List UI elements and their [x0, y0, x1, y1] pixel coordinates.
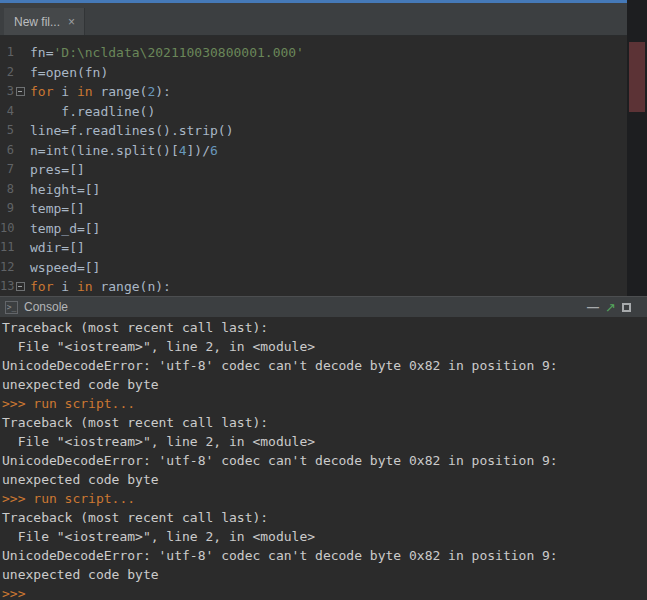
code-text: line=f.readlines().strip() — [25, 121, 234, 141]
code-line[interactable]: 7pres=[] — [0, 160, 647, 180]
maximize-icon[interactable] — [622, 299, 631, 315]
maximize-glyph — [622, 303, 631, 312]
line-number: 7 — [0, 160, 25, 180]
console-line: >>> — [2, 584, 647, 600]
console-output[interactable]: Traceback (most recent call last): File … — [0, 317, 647, 600]
code-editor[interactable]: 1fn='D:\ncldata\202110030800001.000'2f=o… — [0, 36, 647, 296]
code-line[interactable]: 8height=[] — [0, 180, 647, 200]
tab-label: New fil... — [14, 15, 60, 29]
code-text: f.readline() — [25, 102, 155, 122]
code-text: f=open(fn) — [25, 63, 108, 83]
terminal-icon: >_ — [5, 301, 18, 314]
line-number: 1 — [0, 43, 25, 63]
console-line: >>> run script... — [2, 489, 647, 508]
line-number: 8 — [0, 180, 25, 200]
code-line[interactable]: 12wspeed=[] — [0, 258, 647, 278]
code-text: wdir=[] — [25, 238, 85, 258]
console-line: Traceback (most recent call last): — [2, 508, 647, 527]
code-text: fn='D:\ncldata\202110030800001.000' — [25, 43, 304, 63]
editor-tab-bar: New fil... × — [0, 3, 647, 36]
console-line: File "<iostream>", line 2, in <module> — [2, 432, 647, 451]
editor-lines: 1fn='D:\ncldata\202110030800001.000'2f=o… — [0, 43, 647, 296]
code-text: for i in range(n): — [25, 277, 171, 296]
code-line[interactable]: 11wdir=[] — [0, 238, 647, 258]
console-line: unexpected code byte — [2, 375, 647, 394]
editor-region: 1fn='D:\ncldata\202110030800001.000'2f=o… — [0, 36, 647, 296]
console-line: UnicodeDecodeError: 'utf-8' codec can't … — [2, 451, 647, 470]
close-icon[interactable]: × — [68, 16, 75, 28]
console-title: Console — [24, 300, 68, 314]
console-line: >>> run script... — [2, 394, 647, 413]
console-line: Traceback (most recent call last): — [2, 413, 647, 432]
code-line[interactable]: 1fn='D:\ncldata\202110030800001.000' — [0, 43, 647, 63]
code-text: height=[] — [25, 180, 100, 200]
code-text: n=int(line.split()[4])/6 — [25, 141, 218, 161]
line-number: 2 — [0, 63, 25, 83]
code-line[interactable]: 5line=f.readlines().strip() — [0, 121, 647, 141]
line-number: 9 — [0, 199, 25, 219]
console-line: Traceback (most recent call last): — [2, 318, 647, 337]
console-line: UnicodeDecodeError: 'utf-8' codec can't … — [2, 356, 647, 375]
scrollbar-thumb[interactable] — [629, 42, 645, 112]
code-line[interactable]: 6n=int(line.split()[4])/6 — [0, 141, 647, 161]
fold-marker-icon[interactable] — [14, 277, 25, 296]
console-header: >_ Console — ↗ — [0, 296, 647, 317]
console-panel: >_ Console — ↗ Traceback (most recent ca… — [0, 296, 647, 600]
minimize-icon[interactable]: — — [587, 301, 599, 313]
code-line[interactable]: 13for i in range(n): — [0, 277, 647, 296]
line-number: 11 — [0, 238, 25, 258]
code-line[interactable]: 9temp=[] — [0, 199, 647, 219]
code-text: pres=[] — [25, 160, 85, 180]
line-number: 3 — [0, 82, 25, 102]
code-text: wspeed=[] — [25, 258, 100, 278]
console-line: File "<iostream>", line 2, in <module> — [2, 527, 647, 546]
code-line[interactable]: 4 f.readline() — [0, 102, 647, 122]
line-number: 13 — [0, 277, 25, 296]
console-line: unexpected code byte — [2, 565, 647, 584]
console-line: File "<iostream>", line 2, in <module> — [2, 337, 647, 356]
line-number: 10 — [0, 219, 25, 239]
code-text: temp=[] — [25, 199, 85, 219]
code-line[interactable]: 3for i in range(2): — [0, 82, 647, 102]
editor-scrollbar[interactable] — [627, 0, 647, 296]
code-text: temp_d=[] — [25, 219, 100, 239]
float-window-icon[interactable]: ↗ — [605, 301, 616, 314]
line-number: 5 — [0, 121, 25, 141]
line-number: 12 — [0, 258, 25, 278]
line-number: 4 — [0, 102, 25, 122]
fold-marker-icon[interactable] — [14, 82, 25, 102]
ide-window: New fil... × 1fn='D:\ncldata\20211003080… — [0, 0, 647, 600]
console-line: UnicodeDecodeError: 'utf-8' codec can't … — [2, 546, 647, 565]
tab-new-file[interactable]: New fil... × — [4, 8, 85, 35]
console-line: unexpected code byte — [2, 470, 647, 489]
code-text: for i in range(2): — [25, 82, 171, 102]
code-line[interactable]: 10temp_d=[] — [0, 219, 647, 239]
line-number: 6 — [0, 141, 25, 161]
code-line[interactable]: 2f=open(fn) — [0, 63, 647, 83]
